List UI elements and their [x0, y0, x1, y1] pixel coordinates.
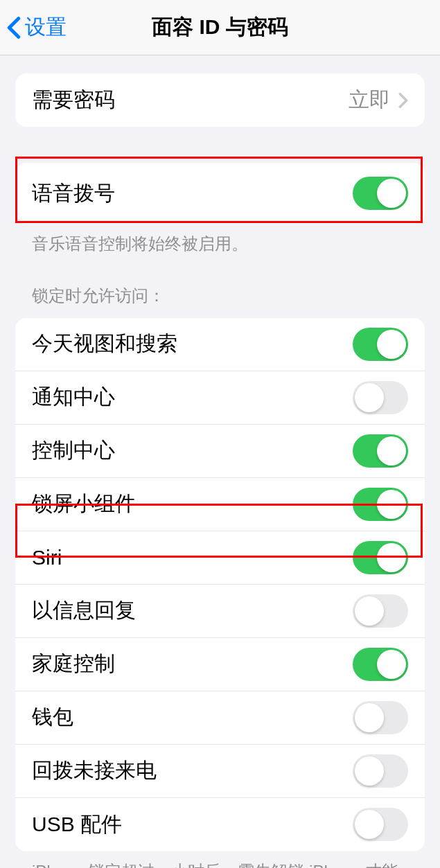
- lock-access-item-label: 锁屏小组件: [32, 490, 136, 518]
- lock-access-toggle[interactable]: [353, 754, 408, 788]
- lock-access-row: USB 配件: [15, 798, 425, 851]
- lock-access-toggle[interactable]: [353, 328, 408, 361]
- lock-access-toggle[interactable]: [353, 648, 408, 681]
- voice-dial-footer: 音乐语音控制将始终被启用。: [15, 224, 425, 256]
- lock-access-toggle[interactable]: [353, 594, 408, 628]
- require-passcode-row[interactable]: 需要密码 立即: [15, 73, 425, 127]
- lock-access-item-label: 家庭控制: [32, 650, 115, 678]
- require-passcode-label: 需要密码: [32, 86, 115, 114]
- lock-access-toggle[interactable]: [353, 381, 408, 414]
- lock-access-footer: iPhone 锁定超过一小时后，需先解锁 iPhone 才能允许 USB 配件连…: [15, 851, 425, 868]
- voice-dial-toggle[interactable]: [353, 177, 408, 210]
- lock-access-row: 今天视图和搜索: [15, 318, 425, 371]
- lock-access-item-label: 今天视图和搜索: [32, 330, 177, 358]
- lock-access-row: 回拨未接来电: [15, 745, 425, 798]
- lock-access-row: 锁屏小组件: [15, 478, 425, 531]
- voice-dial-group: 语音拨号: [15, 163, 425, 224]
- navigation-bar: 设置 面容 ID 与密码: [0, 0, 440, 55]
- lock-access-item-label: 以信息回复: [32, 596, 136, 625]
- lock-access-row: 家庭控制: [15, 638, 425, 691]
- lock-access-item-label: 控制中心: [32, 436, 115, 465]
- lock-access-item-label: 回拨未接来电: [32, 756, 157, 785]
- lock-access-row: 控制中心: [15, 425, 425, 478]
- lock-access-item-label: 钱包: [32, 703, 73, 732]
- lock-access-row: 钱包: [15, 691, 425, 745]
- lock-access-item-label: 通知中心: [32, 383, 115, 411]
- lock-access-row: 通知中心: [15, 371, 425, 425]
- voice-dial-row: 语音拨号: [15, 163, 425, 224]
- chevron-left-icon: [7, 16, 21, 39]
- back-label: 设置: [25, 13, 67, 42]
- lock-access-item-label: USB 配件: [32, 811, 122, 839]
- back-button[interactable]: 设置: [0, 13, 67, 42]
- lock-access-toggle[interactable]: [353, 541, 408, 574]
- lock-access-header: 锁定时允许访问：: [15, 256, 425, 312]
- lock-access-toggle[interactable]: [353, 434, 408, 468]
- lock-access-toggle[interactable]: [353, 808, 408, 841]
- lock-access-group: 今天视图和搜索通知中心控制中心锁屏小组件Siri以信息回复家庭控制钱包回拨未接来…: [15, 318, 425, 851]
- chevron-right-icon: [398, 92, 408, 109]
- lock-access-row: 以信息回复: [15, 585, 425, 638]
- lock-access-toggle[interactable]: [353, 488, 408, 521]
- voice-dial-label: 语音拨号: [32, 179, 115, 208]
- require-passcode-value: 立即: [349, 86, 390, 114]
- lock-access-row: Siri: [15, 531, 425, 585]
- require-passcode-group: 需要密码 立即: [15, 73, 425, 127]
- lock-access-item-label: Siri: [32, 546, 62, 569]
- lock-access-toggle[interactable]: [353, 701, 408, 734]
